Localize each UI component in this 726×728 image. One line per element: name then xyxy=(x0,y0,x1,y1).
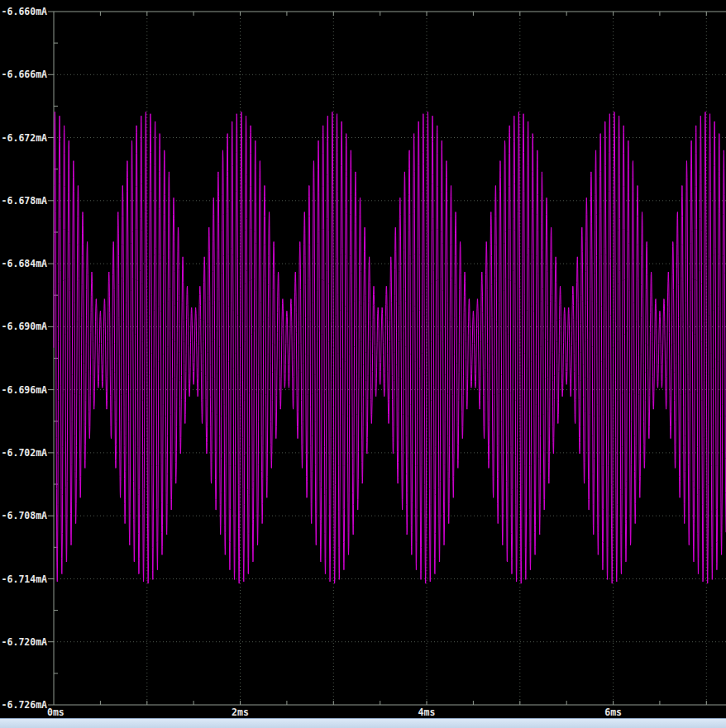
waveform-trace xyxy=(54,112,726,583)
y-axis-label: -6.702mA xyxy=(2,447,47,459)
y-axis-label: -6.720mA xyxy=(2,636,47,648)
y-axis-label: -6.660mA xyxy=(2,6,47,17)
x-axis-labels: 0ms2ms4ms6ms xyxy=(47,707,622,718)
x-axis-label: 0ms xyxy=(47,707,64,718)
y-axis-label: -6.672mA xyxy=(2,132,47,144)
y-axis-label: -6.666mA xyxy=(2,69,47,80)
y-axis-labels: -6.660mA-6.666mA-6.672mA-6.678mA-6.684mA… xyxy=(2,6,47,711)
x-axis-label: 4ms xyxy=(418,707,436,718)
y-axis-label: -6.690mA xyxy=(2,321,47,332)
y-axis-label: -6.714mA xyxy=(2,573,47,585)
y-axis-label: -6.708mA xyxy=(2,510,47,521)
trace-lines xyxy=(54,112,726,583)
y-axis-label: -6.678mA xyxy=(2,195,47,207)
x-axis-label: 2ms xyxy=(232,707,249,718)
waveform-plot: -6.660mA-6.666mA-6.672mA-6.678mA-6.684mA… xyxy=(0,0,726,718)
y-axis-label: -6.726mA xyxy=(2,699,47,711)
waveform-viewer-window: -6.660mA-6.666mA-6.672mA-6.678mA-6.684mA… xyxy=(0,0,726,728)
y-axis-label: -6.696mA xyxy=(2,384,47,396)
y-axis-label: -6.684mA xyxy=(2,258,47,269)
horizontal-scrollbar[interactable] xyxy=(0,718,726,728)
x-axis-label: 6ms xyxy=(604,707,622,718)
